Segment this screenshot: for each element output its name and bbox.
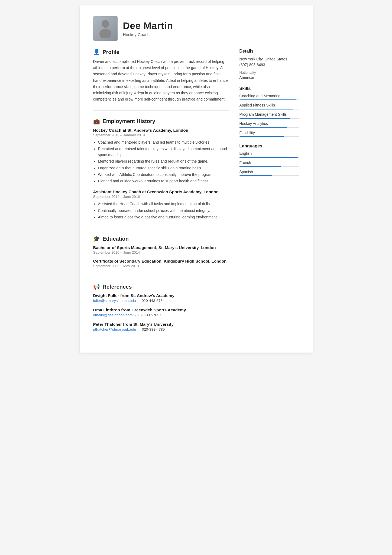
edu-dates-2: September 2006 – May 2010	[93, 264, 229, 268]
education-section: 🎓 Education Bachelor of Sports Managemen…	[93, 235, 229, 268]
edu-item-2: Certificate of Secondary Education, King…	[93, 259, 229, 268]
skills-section: Skills Coaching and Mentoring Applied Fi…	[239, 86, 299, 137]
phone-number: (607) 898-8493	[239, 63, 265, 67]
references-section-title: 📢 References	[93, 283, 229, 290]
profile-icon: 👤	[93, 49, 100, 55]
ref-contact-3: pthatcher@stmarysuk.edu · 020-388-4785	[93, 327, 229, 331]
skill-bar-bg-4	[239, 127, 299, 128]
edu-degree-1: Bachelor of Sports Management, St. Mary'…	[93, 245, 229, 250]
ref-name-3: Peter Thatcher from St. Mary's Universit…	[93, 322, 229, 327]
skill-item-5: Flexibility	[239, 131, 299, 137]
profile-section-title: 👤 Profile	[93, 49, 229, 55]
profile-text: Driven and accomplished Hockey Coach wit…	[93, 59, 229, 103]
duty-item: Coached and mentored players, and led te…	[98, 139, 229, 145]
lang-bar-fill-1	[239, 157, 298, 158]
skill-name-4: Hockey Analytics	[239, 121, 299, 126]
edu-degree-2: Certificate of Secondary Education, King…	[93, 259, 229, 263]
skill-bar-fill-2	[239, 109, 293, 109]
lang-bar-fill-3	[239, 175, 272, 176]
edu-dates-1: September 2010 – June 2014	[93, 250, 229, 254]
lang-name-1: English	[239, 151, 299, 156]
ref-name-2: Oma Linthrop from Greenwich Sports Acade…	[93, 308, 229, 312]
ref-item-3: Peter Thatcher from St. Mary's Universit…	[93, 322, 229, 331]
skill-bar-fill-4	[239, 127, 287, 128]
skills-title: Skills	[239, 86, 299, 91]
svg-point-0	[102, 20, 109, 28]
job-title-2: Assistant Hockey Coach at Greenwich Spor…	[93, 189, 229, 194]
job-item-1: Hockey Coach at St. Andrew's Academy, Lo…	[93, 128, 229, 184]
skill-bar-bg-3	[239, 118, 299, 119]
skill-name-3: Program Management Skills	[239, 112, 299, 117]
job-dates-2: September 2014 – June 2016	[93, 195, 229, 199]
employment-section-title: 💼 Employment History	[93, 118, 229, 125]
duty-item: Worked with Athletic Coordinators to con…	[98, 172, 229, 178]
duty-item: Continually operated under school polici…	[98, 208, 229, 214]
header: Dee Martin Hockey Coach	[93, 16, 299, 41]
header-info: Dee Martin Hockey Coach	[123, 20, 173, 37]
ref-contact-1: fuller@stmaryslondon.edu · 020-443-8764	[93, 299, 229, 303]
nationality-value: American	[239, 75, 299, 80]
duty-item: Planned and guided workout routines to s…	[98, 178, 229, 184]
sidebar: Details New York City, United States, (6…	[239, 49, 299, 339]
duty-item: Organized drills that nurtured specific …	[98, 165, 229, 171]
body-layout: 👤 Profile Driven and accomplished Hockey…	[93, 49, 299, 339]
ref-email-1[interactable]: fuller@stmaryslondon.edu	[93, 299, 136, 303]
lang-name-2: French	[239, 160, 299, 165]
skill-name-2: Applied Fitness Skills	[239, 103, 299, 107]
ref-item-2: Oma Linthrop from Greenwich Sports Acade…	[93, 308, 229, 317]
job-duties-1: Coached and mentored players, and led te…	[93, 139, 229, 184]
duty-item: Mentored players regarding the rules and…	[98, 158, 229, 164]
details-title: Details	[239, 49, 299, 54]
skill-name-1: Coaching and Mentoring	[239, 94, 299, 98]
job-item-2: Assistant Hockey Coach at Greenwich Spor…	[93, 189, 229, 220]
skill-bar-fill-1	[239, 99, 296, 100]
duty-item: Assisted the Head Coach with all tasks a…	[98, 201, 229, 207]
main-column: 👤 Profile Driven and accomplished Hockey…	[93, 49, 229, 339]
lang-bar-fill-2	[239, 166, 281, 167]
divider-2	[93, 228, 229, 228]
job-title-1: Hockey Coach at St. Andrew's Academy, Lo…	[93, 128, 229, 133]
job-duties-2: Assisted the Head Coach with all tasks a…	[93, 201, 229, 220]
employment-icon: 💼	[93, 118, 100, 125]
skill-bar-bg-2	[239, 109, 299, 109]
skill-bar-fill-3	[239, 118, 290, 119]
lang-item-1: English	[239, 151, 299, 158]
profile-section: 👤 Profile Driven and accomplished Hockey…	[93, 49, 229, 103]
education-section-title: 🎓 Education	[93, 235, 229, 242]
languages-title: Languages	[239, 144, 299, 149]
languages-section: Languages English French Spanish	[239, 144, 299, 176]
candidate-name: Dee Martin	[123, 20, 173, 31]
ref-dot-1: ·	[138, 299, 139, 303]
ref-email-3[interactable]: pthatcher@stmarysuk.edu	[93, 327, 136, 331]
skill-bar-bg-5	[239, 136, 299, 137]
ref-email-2[interactable]: omalin@gsalondon.com	[93, 313, 133, 317]
candidate-title: Hockey Coach	[123, 32, 173, 37]
divider-3	[93, 276, 229, 276]
skill-name-5: Flexibility	[239, 131, 299, 135]
lang-bar-bg-1	[239, 157, 299, 158]
skill-bar-bg-1	[239, 99, 299, 100]
lang-name-3: Spanish	[239, 170, 299, 174]
skill-item-2: Applied Fitness Skills	[239, 103, 299, 109]
lang-item-3: Spanish	[239, 170, 299, 176]
references-icon: 📢	[93, 283, 100, 290]
ref-phone-3: 020-388-4785	[142, 327, 165, 331]
skill-item-3: Program Management Skills	[239, 112, 299, 119]
ref-contact-2: omalin@gsalondon.com · 020-337-7657	[93, 313, 229, 317]
ref-phone-1: 020-443-8764	[142, 299, 165, 303]
employment-section: 💼 Employment History Hockey Coach at St.…	[93, 118, 229, 220]
duty-item: Recruited and retained talented players …	[98, 146, 229, 158]
ref-phone-2: 020-337-7657	[138, 313, 161, 317]
svg-point-1	[99, 29, 111, 38]
ref-dot-3: ·	[138, 327, 140, 331]
ref-dot-2: ·	[135, 313, 136, 317]
resume-container: Dee Martin Hockey Coach 👤 Profile Driven…	[80, 5, 313, 353]
skill-bar-fill-5	[239, 136, 284, 137]
avatar	[93, 16, 118, 41]
details-location: New York City, United States, (607) 898-…	[239, 56, 299, 68]
duty-item: Aimed to foster a positive a positive an…	[98, 214, 229, 220]
lang-item-2: French	[239, 160, 299, 167]
nationality-label: Nationality	[239, 70, 299, 75]
location-line: New York City, United States,	[239, 57, 289, 61]
skill-item-1: Coaching and Mentoring	[239, 94, 299, 100]
